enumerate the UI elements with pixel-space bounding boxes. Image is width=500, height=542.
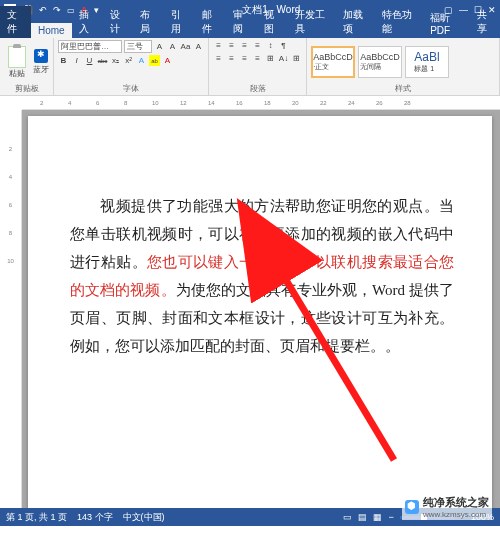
font-color-button[interactable]: A	[162, 55, 173, 66]
decrease-indent-button[interactable]: ≡	[252, 40, 263, 51]
grow-font-button[interactable]: A	[154, 41, 165, 52]
align-right-button[interactable]: ≡	[239, 53, 250, 64]
superscript-button[interactable]: x²	[123, 55, 134, 66]
ribbon: 粘贴 蓝牙 剪贴板 阿里巴巴普… 三号 A A Aa A B I U abc	[0, 38, 500, 96]
shrink-font-button[interactable]: A	[167, 41, 178, 52]
tab-home[interactable]: Home	[31, 23, 72, 38]
multilevel-button[interactable]: ≡	[239, 40, 250, 51]
numbering-button[interactable]: ≡	[226, 40, 237, 51]
watermark-text: 纯净系统之家	[423, 495, 489, 510]
status-lang[interactable]: 中文(中国)	[123, 511, 165, 524]
tab-layout[interactable]: 布局	[133, 6, 164, 38]
tab-view[interactable]: 视图	[257, 6, 288, 38]
paste-button[interactable]: 粘贴	[4, 46, 30, 79]
font-family-combo[interactable]: 阿里巴巴普…	[58, 40, 122, 53]
tab-addins[interactable]: 加载项	[336, 6, 375, 38]
zoom-out-button[interactable]: −	[388, 512, 393, 522]
bluetooth-label: 蓝牙	[33, 64, 49, 75]
vertical-ruler[interactable]: 246810	[0, 110, 22, 508]
tab-mailings[interactable]: 邮件	[195, 6, 226, 38]
bold-button[interactable]: B	[58, 55, 69, 66]
italic-button[interactable]: I	[71, 55, 82, 66]
tab-foxit[interactable]: 福昕PDF	[423, 9, 471, 38]
tab-references[interactable]: 引用	[164, 6, 195, 38]
redo-icon[interactable]: ↷	[53, 5, 61, 15]
share-button[interactable]: 共享	[471, 6, 500, 38]
text-effects-button[interactable]: A	[136, 55, 147, 66]
align-center-button[interactable]: ≡	[226, 53, 237, 64]
style-normal[interactable]: AaBbCcD·正文	[311, 46, 355, 78]
justify-button[interactable]: ≡	[252, 53, 263, 64]
view-print-icon[interactable]: ▤	[358, 512, 367, 522]
undo-icon[interactable]: ↶	[39, 5, 47, 15]
tab-design[interactable]: 设计	[103, 6, 134, 38]
style-nospacing[interactable]: AaBbCcD无间隔	[358, 46, 402, 78]
line-spacing-button[interactable]: ⊞	[265, 53, 276, 64]
work-area: 246810 视频提供了功能强大的方法帮助您证明您的观点。当您单击联机视频时，可…	[0, 110, 500, 508]
paragraph-group-label: 段落	[213, 84, 302, 94]
clear-format-button[interactable]: A	[193, 41, 204, 52]
tab-insert[interactable]: 插入	[72, 6, 103, 38]
ribbon-tabs: 文件 Home 插入 设计 布局 引用 邮件 审阅 视图 开发工具 加载项 特色…	[0, 20, 500, 38]
document-page[interactable]: 视频提供了功能强大的方法帮助您证明您的观点。当您单击联机视频时，可以在想要添加的…	[28, 116, 492, 508]
styles-group-label: 样式	[311, 84, 495, 94]
group-font: 阿里巴巴普… 三号 A A Aa A B I U abc x₂ x² A ab …	[54, 38, 209, 95]
status-page[interactable]: 第 1 页, 共 1 页	[6, 511, 67, 524]
paste-icon	[8, 46, 26, 68]
change-case-button[interactable]: Aa	[180, 41, 191, 52]
shading-button[interactable]: A↓	[278, 53, 289, 64]
document-body[interactable]: 视频提供了功能强大的方法帮助您证明您的观点。当您单击联机视频时，可以在想要添加的…	[70, 192, 454, 360]
font-group-label: 字体	[58, 84, 204, 94]
borders-button[interactable]: ⊞	[291, 53, 302, 64]
group-clipboard: 粘贴 蓝牙 剪贴板	[0, 38, 54, 95]
bluetooth-icon[interactable]	[34, 49, 48, 63]
group-styles: AaBbCcD·正文 AaBbCcD无间隔 AaBl标题 1 样式	[307, 38, 500, 95]
view-read-icon[interactable]: ▭	[343, 512, 352, 522]
style-heading1[interactable]: AaBl标题 1	[405, 46, 449, 78]
status-words[interactable]: 143 个字	[77, 511, 113, 524]
increase-indent-button[interactable]: ↕	[265, 40, 276, 51]
subscript-button[interactable]: x₂	[110, 55, 121, 66]
paste-label: 粘贴	[9, 68, 25, 79]
watermark: 纯净系统之家 www.kzmsys.com	[402, 494, 492, 520]
watermark-icon	[405, 500, 419, 514]
tab-file[interactable]: 文件	[0, 6, 31, 38]
page-scroll[interactable]: 视频提供了功能强大的方法帮助您证明您的观点。当您单击联机视频时，可以在想要添加的…	[22, 110, 500, 508]
tab-features[interactable]: 特色功能	[375, 6, 423, 38]
clipboard-group-label: 剪贴板	[4, 84, 49, 94]
align-left-button[interactable]: ≡	[213, 53, 224, 64]
group-paragraph: ≡ ≡ ≡ ≡ ↕ ¶ ≡ ≡ ≡ ≡ ⊞ A↓ ⊞ 段落	[209, 38, 307, 95]
underline-button[interactable]: U	[84, 55, 95, 66]
tab-developer[interactable]: 开发工具	[288, 6, 336, 38]
watermark-url: www.kzmsys.com	[423, 510, 489, 519]
highlight-button[interactable]: ab	[149, 55, 160, 66]
show-marks-button[interactable]: ¶	[278, 40, 289, 51]
bullets-button[interactable]: ≡	[213, 40, 224, 51]
strike-button[interactable]: abc	[97, 55, 108, 66]
horizontal-ruler[interactable]: 246810121416182022242628	[22, 96, 500, 110]
view-web-icon[interactable]: ▦	[373, 512, 382, 522]
tab-review[interactable]: 审阅	[226, 6, 257, 38]
font-size-combo[interactable]: 三号	[124, 40, 152, 53]
